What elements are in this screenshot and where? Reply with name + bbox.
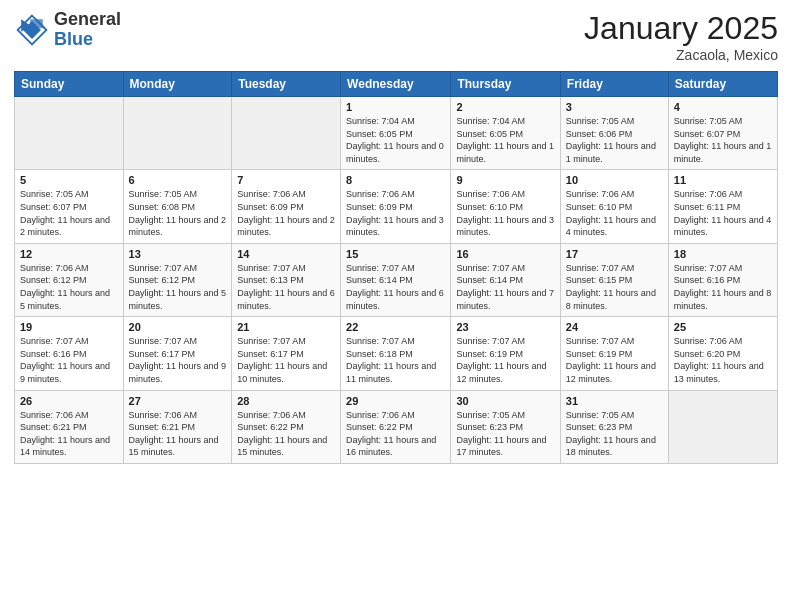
calendar-cell: 28Sunrise: 7:06 AM Sunset: 6:22 PM Dayli… [232, 390, 341, 463]
day-number: 2 [456, 101, 554, 113]
day-number: 20 [129, 321, 227, 333]
day-number: 18 [674, 248, 772, 260]
day-number: 6 [129, 174, 227, 186]
calendar-table: SundayMondayTuesdayWednesdayThursdayFrid… [14, 71, 778, 464]
day-info: Sunrise: 7:07 AM Sunset: 6:18 PM Dayligh… [346, 335, 445, 385]
day-number: 12 [20, 248, 118, 260]
calendar-cell: 1Sunrise: 7:04 AM Sunset: 6:05 PM Daylig… [341, 97, 451, 170]
day-info: Sunrise: 7:06 AM Sunset: 6:10 PM Dayligh… [456, 188, 554, 238]
day-number: 3 [566, 101, 663, 113]
day-number: 29 [346, 395, 445, 407]
day-info: Sunrise: 7:07 AM Sunset: 6:17 PM Dayligh… [237, 335, 335, 385]
day-number: 22 [346, 321, 445, 333]
day-number: 26 [20, 395, 118, 407]
calendar-cell: 13Sunrise: 7:07 AM Sunset: 6:12 PM Dayli… [123, 243, 232, 316]
calendar-cell: 26Sunrise: 7:06 AM Sunset: 6:21 PM Dayli… [15, 390, 124, 463]
day-number: 8 [346, 174, 445, 186]
day-info: Sunrise: 7:07 AM Sunset: 6:16 PM Dayligh… [20, 335, 118, 385]
day-info: Sunrise: 7:04 AM Sunset: 6:05 PM Dayligh… [346, 115, 445, 165]
calendar-title: January 2025 [584, 10, 778, 47]
day-info: Sunrise: 7:06 AM Sunset: 6:09 PM Dayligh… [346, 188, 445, 238]
calendar-cell: 15Sunrise: 7:07 AM Sunset: 6:14 PM Dayli… [341, 243, 451, 316]
day-number: 24 [566, 321, 663, 333]
day-info: Sunrise: 7:05 AM Sunset: 6:23 PM Dayligh… [456, 409, 554, 459]
day-info: Sunrise: 7:06 AM Sunset: 6:10 PM Dayligh… [566, 188, 663, 238]
day-number: 31 [566, 395, 663, 407]
day-info: Sunrise: 7:06 AM Sunset: 6:21 PM Dayligh… [129, 409, 227, 459]
day-number: 23 [456, 321, 554, 333]
day-number: 13 [129, 248, 227, 260]
calendar-location: Zacaola, Mexico [584, 47, 778, 63]
calendar-cell: 27Sunrise: 7:06 AM Sunset: 6:21 PM Dayli… [123, 390, 232, 463]
calendar-cell: 23Sunrise: 7:07 AM Sunset: 6:19 PM Dayli… [451, 317, 560, 390]
calendar-cell: 2Sunrise: 7:04 AM Sunset: 6:05 PM Daylig… [451, 97, 560, 170]
weekday-header-tuesday: Tuesday [232, 72, 341, 97]
calendar-cell: 11Sunrise: 7:06 AM Sunset: 6:11 PM Dayli… [668, 170, 777, 243]
calendar-week-1: 5Sunrise: 7:05 AM Sunset: 6:07 PM Daylig… [15, 170, 778, 243]
logo-icon [14, 12, 50, 48]
day-info: Sunrise: 7:05 AM Sunset: 6:07 PM Dayligh… [674, 115, 772, 165]
calendar-week-2: 12Sunrise: 7:06 AM Sunset: 6:12 PM Dayli… [15, 243, 778, 316]
day-info: Sunrise: 7:05 AM Sunset: 6:06 PM Dayligh… [566, 115, 663, 165]
day-number: 30 [456, 395, 554, 407]
day-number: 27 [129, 395, 227, 407]
calendar-cell: 12Sunrise: 7:06 AM Sunset: 6:12 PM Dayli… [15, 243, 124, 316]
calendar-body: 1Sunrise: 7:04 AM Sunset: 6:05 PM Daylig… [15, 97, 778, 464]
calendar-cell: 16Sunrise: 7:07 AM Sunset: 6:14 PM Dayli… [451, 243, 560, 316]
day-info: Sunrise: 7:06 AM Sunset: 6:21 PM Dayligh… [20, 409, 118, 459]
day-number: 7 [237, 174, 335, 186]
day-info: Sunrise: 7:05 AM Sunset: 6:23 PM Dayligh… [566, 409, 663, 459]
calendar-header: SundayMondayTuesdayWednesdayThursdayFrid… [15, 72, 778, 97]
weekday-header-friday: Friday [560, 72, 668, 97]
title-block: January 2025 Zacaola, Mexico [584, 10, 778, 63]
calendar-cell: 22Sunrise: 7:07 AM Sunset: 6:18 PM Dayli… [341, 317, 451, 390]
calendar-cell: 21Sunrise: 7:07 AM Sunset: 6:17 PM Dayli… [232, 317, 341, 390]
day-number: 19 [20, 321, 118, 333]
weekday-header-row: SundayMondayTuesdayWednesdayThursdayFrid… [15, 72, 778, 97]
calendar-cell: 9Sunrise: 7:06 AM Sunset: 6:10 PM Daylig… [451, 170, 560, 243]
weekday-header-saturday: Saturday [668, 72, 777, 97]
day-number: 15 [346, 248, 445, 260]
day-info: Sunrise: 7:06 AM Sunset: 6:20 PM Dayligh… [674, 335, 772, 385]
calendar-cell: 18Sunrise: 7:07 AM Sunset: 6:16 PM Dayli… [668, 243, 777, 316]
day-info: Sunrise: 7:07 AM Sunset: 6:17 PM Dayligh… [129, 335, 227, 385]
calendar-cell: 3Sunrise: 7:05 AM Sunset: 6:06 PM Daylig… [560, 97, 668, 170]
calendar-week-3: 19Sunrise: 7:07 AM Sunset: 6:16 PM Dayli… [15, 317, 778, 390]
day-info: Sunrise: 7:07 AM Sunset: 6:13 PM Dayligh… [237, 262, 335, 312]
day-info: Sunrise: 7:07 AM Sunset: 6:15 PM Dayligh… [566, 262, 663, 312]
day-info: Sunrise: 7:06 AM Sunset: 6:11 PM Dayligh… [674, 188, 772, 238]
day-number: 5 [20, 174, 118, 186]
calendar-cell: 7Sunrise: 7:06 AM Sunset: 6:09 PM Daylig… [232, 170, 341, 243]
calendar-cell: 29Sunrise: 7:06 AM Sunset: 6:22 PM Dayli… [341, 390, 451, 463]
calendar-cell: 17Sunrise: 7:07 AM Sunset: 6:15 PM Dayli… [560, 243, 668, 316]
calendar-cell [668, 390, 777, 463]
page: General Blue January 2025 Zacaola, Mexic… [0, 0, 792, 612]
calendar-cell: 14Sunrise: 7:07 AM Sunset: 6:13 PM Dayli… [232, 243, 341, 316]
calendar-cell: 8Sunrise: 7:06 AM Sunset: 6:09 PM Daylig… [341, 170, 451, 243]
logo-blue-text: Blue [54, 30, 121, 50]
calendar-cell: 5Sunrise: 7:05 AM Sunset: 6:07 PM Daylig… [15, 170, 124, 243]
day-info: Sunrise: 7:07 AM Sunset: 6:19 PM Dayligh… [566, 335, 663, 385]
calendar-cell: 31Sunrise: 7:05 AM Sunset: 6:23 PM Dayli… [560, 390, 668, 463]
logo-text: General Blue [54, 10, 121, 50]
day-info: Sunrise: 7:05 AM Sunset: 6:08 PM Dayligh… [129, 188, 227, 238]
day-info: Sunrise: 7:04 AM Sunset: 6:05 PM Dayligh… [456, 115, 554, 165]
day-info: Sunrise: 7:06 AM Sunset: 6:09 PM Dayligh… [237, 188, 335, 238]
day-info: Sunrise: 7:07 AM Sunset: 6:16 PM Dayligh… [674, 262, 772, 312]
calendar-cell [15, 97, 124, 170]
day-number: 16 [456, 248, 554, 260]
day-number: 9 [456, 174, 554, 186]
day-info: Sunrise: 7:06 AM Sunset: 6:12 PM Dayligh… [20, 262, 118, 312]
weekday-header-monday: Monday [123, 72, 232, 97]
calendar-cell: 19Sunrise: 7:07 AM Sunset: 6:16 PM Dayli… [15, 317, 124, 390]
day-number: 10 [566, 174, 663, 186]
weekday-header-sunday: Sunday [15, 72, 124, 97]
calendar-cell: 25Sunrise: 7:06 AM Sunset: 6:20 PM Dayli… [668, 317, 777, 390]
calendar-week-0: 1Sunrise: 7:04 AM Sunset: 6:05 PM Daylig… [15, 97, 778, 170]
day-number: 1 [346, 101, 445, 113]
day-number: 25 [674, 321, 772, 333]
weekday-header-wednesday: Wednesday [341, 72, 451, 97]
calendar-cell: 24Sunrise: 7:07 AM Sunset: 6:19 PM Dayli… [560, 317, 668, 390]
day-info: Sunrise: 7:07 AM Sunset: 6:14 PM Dayligh… [346, 262, 445, 312]
logo: General Blue [14, 10, 121, 50]
